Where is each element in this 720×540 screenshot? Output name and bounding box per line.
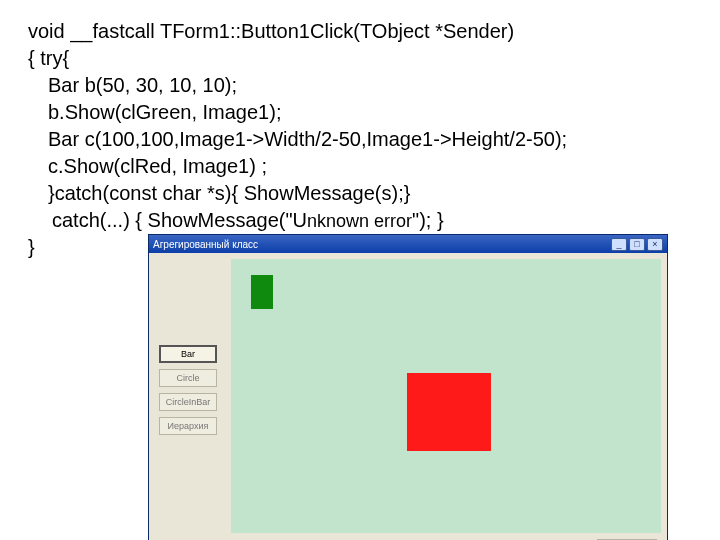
app-window: Агрегированный класс _ □ × Bar Circle Ci… [148, 234, 668, 540]
hierarchy-button[interactable]: Иерархия [159, 417, 217, 435]
circle-button[interactable]: Circle [159, 369, 217, 387]
red-bar [407, 373, 491, 451]
code-line: }catch(const char *s){ ShowMessage(s);} [28, 180, 692, 207]
window-title: Агрегированный класс [153, 239, 611, 250]
window-controls: _ □ × [611, 238, 663, 251]
window-body: Bar Circle CircleInBar Иерархия Выход [149, 253, 667, 540]
minimize-icon[interactable]: _ [611, 238, 627, 251]
code-line: c.Show(clRed, Image1) ; [28, 153, 692, 180]
green-bar [251, 275, 273, 309]
code-line: void __fastcall TForm1::Button1Click(TOb… [28, 18, 692, 45]
circleinbar-button[interactable]: CircleInBar [159, 393, 217, 411]
code-line: catch(...) { ShowMessage("Unknown error"… [28, 207, 692, 234]
code-line: b.Show(clGreen, Image1); [28, 99, 692, 126]
close-icon[interactable]: × [647, 238, 663, 251]
titlebar: Агрегированный класс _ □ × [149, 235, 667, 253]
image-canvas [231, 259, 661, 533]
side-button-panel: Bar Circle CircleInBar Иерархия [159, 345, 217, 435]
maximize-icon[interactable]: □ [629, 238, 645, 251]
code-line: Bar c(100,100,Image1->Width/2-50,Image1-… [28, 126, 692, 153]
code-line: Bar b(50, 30, 10, 10); [28, 72, 692, 99]
code-closing-brace: } [28, 234, 148, 259]
code-block: void __fastcall TForm1::Button1Click(TOb… [28, 18, 692, 234]
code-line: { try{ [28, 45, 692, 72]
bar-button[interactable]: Bar [159, 345, 217, 363]
